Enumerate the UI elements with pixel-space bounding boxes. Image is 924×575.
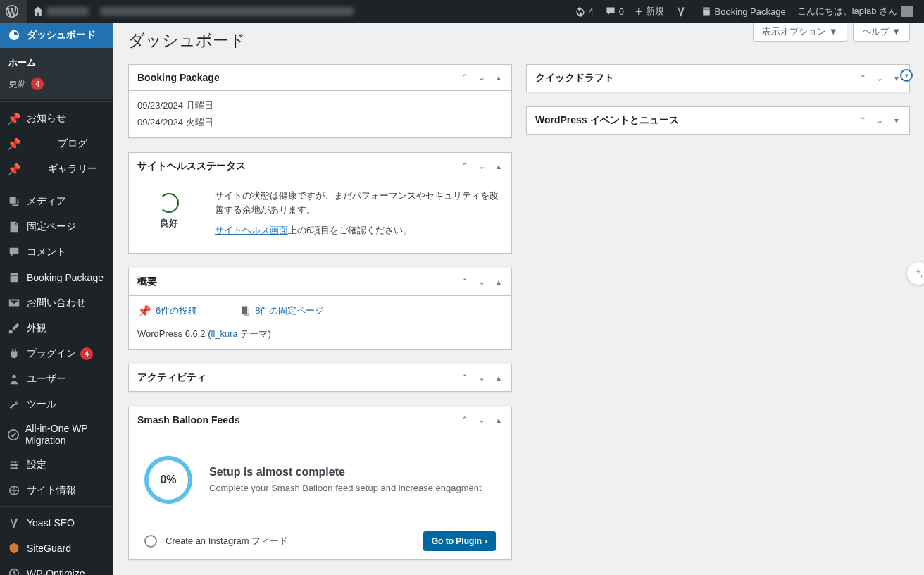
toggle-icon[interactable]: ▾ xyxy=(888,111,905,130)
wp-logo[interactable] xyxy=(0,0,27,23)
my-account[interactable]: こんにちは、laplab さん xyxy=(792,0,918,23)
theme-link[interactable]: ll_kura xyxy=(211,328,238,339)
move-up-icon[interactable]: ⌃ xyxy=(456,68,473,87)
health-gauge-icon xyxy=(159,193,179,213)
menu-wpoptimize[interactable]: WP-Optimize xyxy=(0,561,113,575)
comments-count: 0 xyxy=(619,6,624,17)
box-activity-title: アクティビティ xyxy=(129,364,456,391)
site-health-link[interactable]: サイトヘルス画面 xyxy=(215,225,288,235)
shield-icon xyxy=(7,541,21,555)
submenu-updates[interactable]: 更新4 xyxy=(0,73,113,94)
chevron-right-icon: › xyxy=(485,536,487,546)
yoast-icon xyxy=(7,516,21,530)
pin-icon: 📌 xyxy=(137,304,151,318)
menu-media[interactable]: メディア xyxy=(0,189,113,214)
menu-plugins[interactable]: プラグイン4 xyxy=(0,341,113,366)
toggle-icon[interactable]: ▴ xyxy=(490,410,507,430)
brush-icon xyxy=(7,321,21,335)
box-smash-balloon: Smash Balloon Feeds ⌃ ⌄ ▴ 0% Setup is al… xyxy=(128,407,512,560)
health-desc: サイトの状態は健康ですが、まだパフォーマンスやセキュリティを改善する余地がありま… xyxy=(215,189,503,216)
move-up-icon[interactable]: ⌃ xyxy=(854,111,871,130)
move-up-icon[interactable]: ⌃ xyxy=(456,410,473,430)
move-down-icon[interactable]: ⌄ xyxy=(473,368,490,388)
pages-link[interactable]: 8件の固定ページ xyxy=(255,304,324,317)
comments-toolbar[interactable]: 0 xyxy=(599,0,630,23)
site-tagline[interactable] xyxy=(94,0,569,23)
menu-settings[interactable]: 設定 xyxy=(0,452,113,478)
toggle-icon[interactable]: ▴ xyxy=(490,68,507,87)
toggle-icon[interactable]: ▴ xyxy=(490,368,507,388)
menu-siteguard[interactable]: SiteGuard xyxy=(0,536,113,561)
updates-toolbar[interactable]: 4 xyxy=(569,0,599,23)
move-up-icon[interactable]: ⌃ xyxy=(456,368,473,388)
menu-tools[interactable]: ツール xyxy=(0,392,113,417)
sliders-icon xyxy=(7,458,21,472)
yoast-toolbar[interactable] xyxy=(670,0,695,23)
box-overview-title: 概要 xyxy=(129,268,456,295)
move-up-icon[interactable]: ⌃ xyxy=(456,272,473,292)
optimize-icon xyxy=(7,567,21,575)
booking-line1: 09/23/2024 月曜日 xyxy=(137,99,503,112)
calendar-icon xyxy=(7,271,21,285)
migration-icon xyxy=(7,428,20,442)
comment-icon xyxy=(7,245,21,259)
box-health-title: サイトヘルスステータス xyxy=(129,153,456,180)
menu-aiowp[interactable]: All-in-One WP Migration xyxy=(0,417,113,452)
move-down-icon[interactable]: ⌄ xyxy=(473,410,490,430)
avatar-icon xyxy=(901,6,913,17)
menu-dashboard-label: ダッシュボード xyxy=(27,29,96,42)
box-wp-events: WordPress イベントとニュース ⌃ ⌄ ▾ xyxy=(526,106,910,135)
posts-link[interactable]: 6件の投稿 xyxy=(156,304,197,317)
menu-yoast[interactable]: Yoast SEO xyxy=(0,510,113,536)
box-events-title: WordPress イベントとニュース xyxy=(527,107,854,134)
booking-line2: 09/24/2024 火曜日 xyxy=(137,116,503,129)
user-icon xyxy=(7,372,21,386)
menu-dashboard[interactable]: ダッシュボード xyxy=(0,23,113,48)
wrench-icon xyxy=(7,397,21,412)
box-activity: アクティビティ ⌃ ⌄ ▴ xyxy=(128,364,512,392)
quickdraft-indicator[interactable]: ▾ xyxy=(900,69,913,82)
plugin-icon xyxy=(7,347,21,361)
menu-booking[interactable]: Booking Package xyxy=(0,265,113,290)
menu-comments[interactable]: コメント xyxy=(0,240,113,265)
box-booking-title: Booking Package xyxy=(129,65,456,90)
health-link-line: サイトヘルス画面上の6項目をご確認ください。 xyxy=(215,223,503,237)
wp-version: WordPress 6.6.2 (ll_kura テーマ) xyxy=(137,328,503,340)
move-down-icon[interactable]: ⌄ xyxy=(473,272,490,292)
menu-users[interactable]: ユーザー xyxy=(0,366,113,392)
mail-icon xyxy=(7,296,21,310)
box-quickdraft-title: クイックドラフト xyxy=(527,65,854,92)
box-quick-draft: クイックドラフト ⌃ ⌄ ▾ ▾ xyxy=(526,64,910,92)
ai-fab-button[interactable] xyxy=(907,262,924,285)
menu-contact[interactable]: お問い合わせ xyxy=(0,290,113,316)
move-down-icon[interactable]: ⌄ xyxy=(473,68,490,87)
menu-appearance[interactable]: 外観 xyxy=(0,316,113,341)
go-to-plugin-button[interactable]: Go to Plugin› xyxy=(423,531,496,551)
menu-blog[interactable]: 📌ブログ xyxy=(0,131,113,156)
menu-siteinfo[interactable]: サイト情報 xyxy=(0,478,113,503)
pin-icon: 📌 xyxy=(7,137,21,151)
box-overview: 概要 ⌃ ⌄ ▴ 📌6件の投稿 8件の固定ページ WordPress 6.6.2… xyxy=(128,268,512,350)
move-down-icon[interactable]: ⌄ xyxy=(473,156,490,176)
menu-news[interactable]: 📌お知らせ xyxy=(0,106,113,131)
task-checkbox-icon xyxy=(144,535,157,548)
box-sb-title: Smash Balloon Feeds xyxy=(129,407,456,433)
media-icon xyxy=(7,194,21,209)
svg-point-0 xyxy=(12,375,15,378)
new-content[interactable]: +新規 xyxy=(630,0,670,23)
submenu-home[interactable]: ホーム xyxy=(0,52,113,73)
toggle-icon[interactable]: ▴ xyxy=(490,156,507,176)
booking-toolbar[interactable]: Booking Package xyxy=(695,0,792,23)
screen-options-button[interactable]: 表示オプション ▼ xyxy=(753,23,847,42)
site-home[interactable] xyxy=(27,0,94,23)
move-down-icon[interactable]: ⌄ xyxy=(871,68,888,88)
move-up-icon[interactable]: ⌃ xyxy=(854,68,871,88)
health-status: 良好 xyxy=(137,217,201,230)
toggle-icon[interactable]: ▴ xyxy=(490,272,507,292)
menu-gallery[interactable]: 📌ギャラリー xyxy=(0,156,113,182)
menu-pages[interactable]: 固定ページ xyxy=(0,214,113,240)
move-down-icon[interactable]: ⌄ xyxy=(871,111,888,130)
move-up-icon[interactable]: ⌃ xyxy=(456,156,473,176)
help-button[interactable]: ヘルプ ▼ xyxy=(853,23,910,42)
page-icon xyxy=(239,305,251,316)
